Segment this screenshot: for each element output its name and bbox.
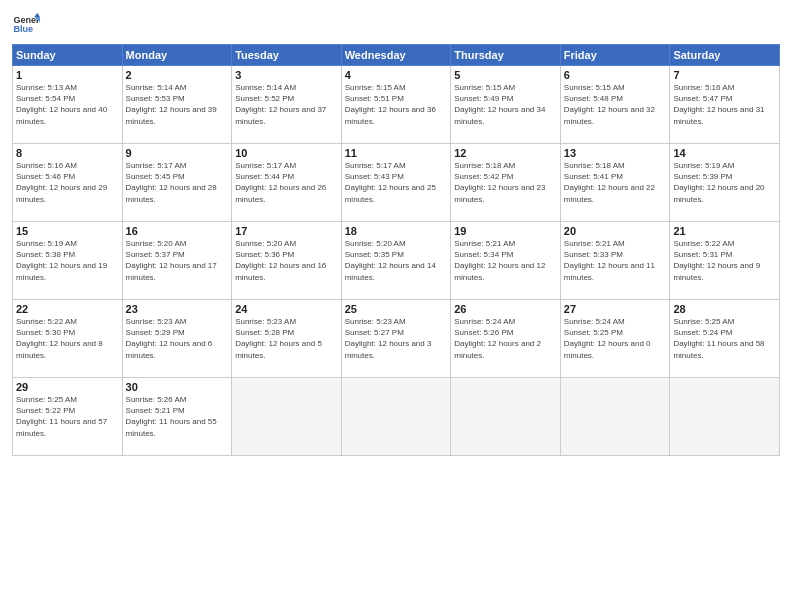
calendar-cell: 21Sunrise: 5:22 AMSunset: 5:31 PMDayligh… bbox=[670, 222, 780, 300]
calendar-header-monday: Monday bbox=[122, 45, 232, 66]
calendar-cell: 29Sunrise: 5:25 AMSunset: 5:22 PMDayligh… bbox=[13, 378, 123, 456]
calendar-cell: 3Sunrise: 5:14 AMSunset: 5:52 PMDaylight… bbox=[232, 66, 342, 144]
day-info: Sunrise: 5:20 AMSunset: 5:36 PMDaylight:… bbox=[235, 239, 326, 282]
calendar-cell: 2Sunrise: 5:14 AMSunset: 5:53 PMDaylight… bbox=[122, 66, 232, 144]
calendar-header-tuesday: Tuesday bbox=[232, 45, 342, 66]
calendar-cell: 1Sunrise: 5:13 AMSunset: 5:54 PMDaylight… bbox=[13, 66, 123, 144]
day-info: Sunrise: 5:15 AMSunset: 5:51 PMDaylight:… bbox=[345, 83, 436, 126]
calendar-cell: 22Sunrise: 5:22 AMSunset: 5:30 PMDayligh… bbox=[13, 300, 123, 378]
day-number: 10 bbox=[235, 147, 338, 159]
calendar-week-2: 15Sunrise: 5:19 AMSunset: 5:38 PMDayligh… bbox=[13, 222, 780, 300]
day-info: Sunrise: 5:25 AMSunset: 5:22 PMDaylight:… bbox=[16, 395, 107, 438]
day-number: 16 bbox=[126, 225, 229, 237]
calendar-header-thursday: Thursday bbox=[451, 45, 561, 66]
day-number: 9 bbox=[126, 147, 229, 159]
calendar-cell: 12Sunrise: 5:18 AMSunset: 5:42 PMDayligh… bbox=[451, 144, 561, 222]
day-info: Sunrise: 5:17 AMSunset: 5:43 PMDaylight:… bbox=[345, 161, 436, 204]
calendar-week-1: 8Sunrise: 5:16 AMSunset: 5:46 PMDaylight… bbox=[13, 144, 780, 222]
day-number: 2 bbox=[126, 69, 229, 81]
day-info: Sunrise: 5:22 AMSunset: 5:30 PMDaylight:… bbox=[16, 317, 103, 360]
calendar-cell: 16Sunrise: 5:20 AMSunset: 5:37 PMDayligh… bbox=[122, 222, 232, 300]
day-info: Sunrise: 5:15 AMSunset: 5:49 PMDaylight:… bbox=[454, 83, 545, 126]
day-info: Sunrise: 5:23 AMSunset: 5:27 PMDaylight:… bbox=[345, 317, 432, 360]
calendar-cell bbox=[232, 378, 342, 456]
day-number: 7 bbox=[673, 69, 776, 81]
day-number: 8 bbox=[16, 147, 119, 159]
day-info: Sunrise: 5:14 AMSunset: 5:53 PMDaylight:… bbox=[126, 83, 217, 126]
day-info: Sunrise: 5:24 AMSunset: 5:26 PMDaylight:… bbox=[454, 317, 541, 360]
day-number: 25 bbox=[345, 303, 448, 315]
calendar-cell: 17Sunrise: 5:20 AMSunset: 5:36 PMDayligh… bbox=[232, 222, 342, 300]
day-info: Sunrise: 5:16 AMSunset: 5:47 PMDaylight:… bbox=[673, 83, 764, 126]
day-number: 19 bbox=[454, 225, 557, 237]
day-info: Sunrise: 5:18 AMSunset: 5:41 PMDaylight:… bbox=[564, 161, 655, 204]
calendar-cell: 7Sunrise: 5:16 AMSunset: 5:47 PMDaylight… bbox=[670, 66, 780, 144]
day-info: Sunrise: 5:16 AMSunset: 5:46 PMDaylight:… bbox=[16, 161, 107, 204]
day-info: Sunrise: 5:21 AMSunset: 5:33 PMDaylight:… bbox=[564, 239, 655, 282]
calendar-week-0: 1Sunrise: 5:13 AMSunset: 5:54 PMDaylight… bbox=[13, 66, 780, 144]
day-info: Sunrise: 5:18 AMSunset: 5:42 PMDaylight:… bbox=[454, 161, 545, 204]
day-number: 6 bbox=[564, 69, 667, 81]
day-number: 17 bbox=[235, 225, 338, 237]
svg-text:Blue: Blue bbox=[13, 24, 33, 34]
calendar-cell: 23Sunrise: 5:23 AMSunset: 5:29 PMDayligh… bbox=[122, 300, 232, 378]
day-info: Sunrise: 5:19 AMSunset: 5:38 PMDaylight:… bbox=[16, 239, 107, 282]
day-info: Sunrise: 5:17 AMSunset: 5:44 PMDaylight:… bbox=[235, 161, 326, 204]
calendar-cell: 10Sunrise: 5:17 AMSunset: 5:44 PMDayligh… bbox=[232, 144, 342, 222]
calendar-cell: 28Sunrise: 5:25 AMSunset: 5:24 PMDayligh… bbox=[670, 300, 780, 378]
day-info: Sunrise: 5:20 AMSunset: 5:35 PMDaylight:… bbox=[345, 239, 436, 282]
calendar-cell: 19Sunrise: 5:21 AMSunset: 5:34 PMDayligh… bbox=[451, 222, 561, 300]
day-info: Sunrise: 5:23 AMSunset: 5:29 PMDaylight:… bbox=[126, 317, 213, 360]
day-info: Sunrise: 5:24 AMSunset: 5:25 PMDaylight:… bbox=[564, 317, 651, 360]
day-number: 15 bbox=[16, 225, 119, 237]
calendar-cell: 15Sunrise: 5:19 AMSunset: 5:38 PMDayligh… bbox=[13, 222, 123, 300]
calendar-header-wednesday: Wednesday bbox=[341, 45, 451, 66]
day-number: 12 bbox=[454, 147, 557, 159]
calendar-cell bbox=[451, 378, 561, 456]
day-info: Sunrise: 5:23 AMSunset: 5:28 PMDaylight:… bbox=[235, 317, 322, 360]
day-number: 30 bbox=[126, 381, 229, 393]
day-info: Sunrise: 5:26 AMSunset: 5:21 PMDaylight:… bbox=[126, 395, 217, 438]
day-number: 11 bbox=[345, 147, 448, 159]
logo: General Blue bbox=[12, 10, 40, 38]
calendar-cell bbox=[670, 378, 780, 456]
day-number: 22 bbox=[16, 303, 119, 315]
day-info: Sunrise: 5:21 AMSunset: 5:34 PMDaylight:… bbox=[454, 239, 545, 282]
main-container: General Blue SundayMondayTuesdayWednesda… bbox=[0, 0, 792, 466]
calendar-cell: 24Sunrise: 5:23 AMSunset: 5:28 PMDayligh… bbox=[232, 300, 342, 378]
calendar-cell: 6Sunrise: 5:15 AMSunset: 5:48 PMDaylight… bbox=[560, 66, 670, 144]
calendar-cell: 5Sunrise: 5:15 AMSunset: 5:49 PMDaylight… bbox=[451, 66, 561, 144]
day-info: Sunrise: 5:14 AMSunset: 5:52 PMDaylight:… bbox=[235, 83, 326, 126]
calendar-cell: 9Sunrise: 5:17 AMSunset: 5:45 PMDaylight… bbox=[122, 144, 232, 222]
day-info: Sunrise: 5:20 AMSunset: 5:37 PMDaylight:… bbox=[126, 239, 217, 282]
day-number: 14 bbox=[673, 147, 776, 159]
calendar-week-3: 22Sunrise: 5:22 AMSunset: 5:30 PMDayligh… bbox=[13, 300, 780, 378]
calendar-cell: 13Sunrise: 5:18 AMSunset: 5:41 PMDayligh… bbox=[560, 144, 670, 222]
day-number: 21 bbox=[673, 225, 776, 237]
calendar-cell bbox=[341, 378, 451, 456]
calendar-cell: 25Sunrise: 5:23 AMSunset: 5:27 PMDayligh… bbox=[341, 300, 451, 378]
calendar-cell: 4Sunrise: 5:15 AMSunset: 5:51 PMDaylight… bbox=[341, 66, 451, 144]
day-number: 13 bbox=[564, 147, 667, 159]
calendar-header-friday: Friday bbox=[560, 45, 670, 66]
calendar-header-row: SundayMondayTuesdayWednesdayThursdayFrid… bbox=[13, 45, 780, 66]
day-info: Sunrise: 5:25 AMSunset: 5:24 PMDaylight:… bbox=[673, 317, 764, 360]
day-info: Sunrise: 5:19 AMSunset: 5:39 PMDaylight:… bbox=[673, 161, 764, 204]
day-number: 20 bbox=[564, 225, 667, 237]
calendar-cell: 30Sunrise: 5:26 AMSunset: 5:21 PMDayligh… bbox=[122, 378, 232, 456]
calendar-cell bbox=[560, 378, 670, 456]
calendar-cell: 8Sunrise: 5:16 AMSunset: 5:46 PMDaylight… bbox=[13, 144, 123, 222]
calendar-cell: 20Sunrise: 5:21 AMSunset: 5:33 PMDayligh… bbox=[560, 222, 670, 300]
day-number: 4 bbox=[345, 69, 448, 81]
day-number: 18 bbox=[345, 225, 448, 237]
day-number: 5 bbox=[454, 69, 557, 81]
day-number: 26 bbox=[454, 303, 557, 315]
calendar-body: 1Sunrise: 5:13 AMSunset: 5:54 PMDaylight… bbox=[13, 66, 780, 456]
day-number: 1 bbox=[16, 69, 119, 81]
calendar-cell: 11Sunrise: 5:17 AMSunset: 5:43 PMDayligh… bbox=[341, 144, 451, 222]
day-info: Sunrise: 5:13 AMSunset: 5:54 PMDaylight:… bbox=[16, 83, 107, 126]
day-number: 23 bbox=[126, 303, 229, 315]
calendar-cell: 14Sunrise: 5:19 AMSunset: 5:39 PMDayligh… bbox=[670, 144, 780, 222]
header: General Blue bbox=[12, 10, 780, 38]
calendar-week-4: 29Sunrise: 5:25 AMSunset: 5:22 PMDayligh… bbox=[13, 378, 780, 456]
